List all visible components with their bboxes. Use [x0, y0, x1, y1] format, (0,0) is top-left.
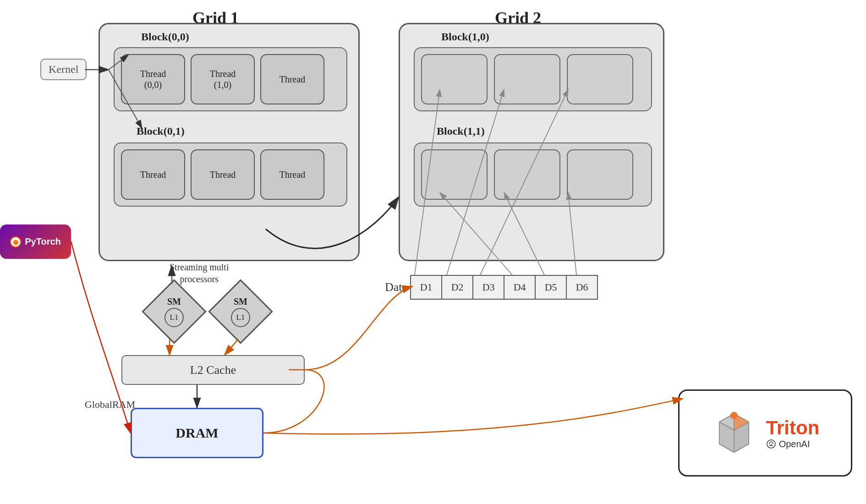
sm1-circle: L1 [164, 308, 184, 327]
diagram-container: Grid 1 Grid 2 Block(0,0) Thread(0,0) Thr… [0, 0, 866, 504]
data-cell-d4: D4 [504, 275, 536, 300]
block10-thread-2 [567, 54, 633, 104]
data-cell-d3: D3 [472, 275, 504, 300]
block10-thread-1 [494, 54, 560, 104]
block11-thread-2 [567, 149, 633, 200]
sm1-l1: L1 [170, 313, 179, 322]
block10-thread-0 [421, 54, 488, 104]
triton-title: Triton [766, 417, 820, 439]
thread-01-2: Thread [260, 149, 324, 200]
l2-cache-box: L2 Cache [121, 355, 305, 385]
block01-thread-row: Thread Thread Thread [114, 142, 347, 207]
data-row: Data D1 D2 D3 D4 D5 D6 [385, 275, 598, 300]
thread-2: Thread [260, 54, 324, 104]
sm2-label: SM [234, 296, 247, 307]
sm1-text: SM L1 [151, 289, 197, 334]
kernel-box: Kernel [40, 59, 87, 80]
block01-label: Block(0,1) [137, 125, 185, 137]
sm2-circle: L1 [231, 308, 250, 327]
sm2-container: SM L1 [213, 284, 268, 339]
pytorch-badge: ◉ PyTorch [0, 225, 71, 259]
thread-10: Thread(1,0) [191, 54, 255, 104]
grid2-container: Block(1,0) Block(1,1) [399, 23, 664, 261]
thread-01-1: Thread [191, 149, 255, 200]
triton-sub: OpenAI [766, 439, 810, 449]
block10-thread-row [414, 47, 652, 111]
grid1-container: Block(0,0) Thread(0,0) Thread(1,0) Threa… [99, 23, 360, 261]
sm2-l1: L1 [236, 313, 245, 322]
data-cell-d6: D6 [566, 275, 598, 300]
triton-openai-label: OpenAI [779, 439, 810, 449]
data-cell-d2: D2 [441, 275, 473, 300]
data-cell-d5: D5 [535, 275, 567, 300]
openai-icon [766, 439, 776, 449]
data-label: Data [385, 280, 407, 294]
pytorch-icon: ◉ [10, 236, 21, 247]
block11-thread-row [414, 142, 652, 207]
block00-thread-row: Thread(0,0) Thread(1,0) Thread [114, 47, 347, 111]
block11-thread-0 [421, 149, 488, 200]
block11-label: Block(1,1) [437, 125, 485, 137]
thread-00: Thread(0,0) [121, 54, 185, 104]
block10-label: Block(1,0) [441, 31, 489, 43]
block00-label: Block(0,0) [141, 31, 189, 43]
dram-box: DRAM [131, 408, 263, 458]
thread-01-0: Thread [121, 149, 185, 200]
smp-label: Streaming multiprocessors [170, 261, 229, 285]
sm1-label: SM [167, 296, 181, 307]
sm2-text: SM L1 [218, 289, 263, 334]
triton-text-group: Triton OpenAI [766, 417, 820, 449]
triton-badge: Triton OpenAI [678, 389, 852, 477]
data-cell-d1: D1 [410, 275, 442, 300]
globalram-label: GlobalRAM [85, 399, 135, 411]
triton-logo-svg [711, 410, 757, 456]
svg-point-6 [730, 412, 738, 419]
sm1-container: SM L1 [147, 284, 202, 339]
block11-thread-1 [494, 149, 560, 200]
pytorch-label: PyTorch [25, 236, 61, 247]
